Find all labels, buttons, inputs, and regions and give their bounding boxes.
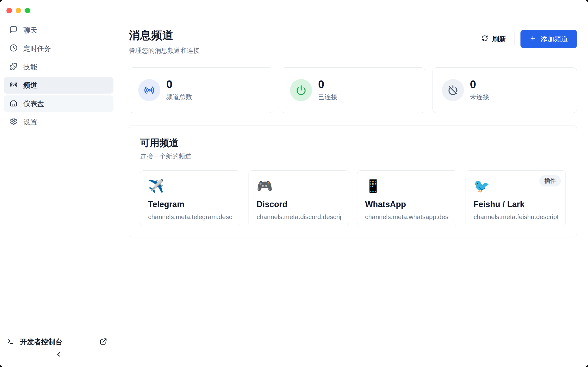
broadcast-icon xyxy=(10,81,17,90)
sidebar-item-label: 技能 xyxy=(23,62,37,72)
sidebar-item-scheduled-tasks[interactable]: 定时任务 xyxy=(4,40,113,57)
refresh-button[interactable]: 刷新 xyxy=(473,30,515,48)
sidebar-item-settings[interactable]: 设置 xyxy=(4,114,113,130)
developer-console-label: 开发者控制台 xyxy=(20,337,94,347)
plus-icon xyxy=(529,35,536,43)
chat-bubble-icon xyxy=(10,26,17,35)
stat-card-total-channels: 0 频道总数 xyxy=(129,67,273,113)
stat-value: 0 xyxy=(470,79,489,90)
telegram-emoji-icon: ✈️ xyxy=(148,179,232,193)
sidebar-item-chat[interactable]: 聊天 xyxy=(4,22,113,39)
app-window: 聊天 定时任务 技能 xyxy=(0,0,588,367)
channels-page: 消息频道 管理您的消息频道和连接 刷新 添加频道 xyxy=(117,18,588,367)
sidebar: 聊天 定时任务 技能 xyxy=(0,18,117,367)
channel-name: Discord xyxy=(257,200,341,209)
sidebar-item-channels[interactable]: 频道 xyxy=(4,77,113,94)
page-subtitle: 管理您的消息频道和连接 xyxy=(129,46,199,55)
channel-grid: ✈️ Telegram channels:meta.telegram.descr… xyxy=(140,170,566,226)
available-channels-title: 可用频道 xyxy=(140,136,566,149)
channel-description: channels:meta.feishu.description xyxy=(474,213,558,221)
clock-icon xyxy=(10,44,17,53)
sidebar-item-label: 聊天 xyxy=(23,26,37,35)
channel-name: WhatsApp xyxy=(365,200,449,209)
home-icon xyxy=(10,99,17,108)
stat-value: 0 xyxy=(166,79,192,90)
channel-card-feishu[interactable]: 插件 🐦 Feishu / Lark channels:meta.feishu.… xyxy=(466,170,566,226)
stat-label: 频道总数 xyxy=(166,93,192,101)
header-actions: 刷新 添加频道 xyxy=(473,30,577,48)
terminal-icon xyxy=(7,338,14,346)
channel-name: Telegram xyxy=(148,200,232,209)
plugin-badge: 插件 xyxy=(539,175,561,186)
channel-card-discord[interactable]: 🎮 Discord channels:meta.discord.descript… xyxy=(249,170,349,226)
gear-icon xyxy=(10,117,17,127)
stat-card-disconnected: 0 未连接 xyxy=(432,67,577,113)
stat-label: 已连接 xyxy=(318,93,337,101)
power-icon xyxy=(290,79,312,101)
sidebar-item-skills[interactable]: 技能 xyxy=(4,59,113,75)
titlebar xyxy=(0,0,588,18)
sidebar-item-label: 设置 xyxy=(23,117,37,127)
channel-card-whatsapp[interactable]: 📱 WhatsApp channels:meta.whatsapp.descri… xyxy=(357,170,457,226)
sidebar-item-label: 频道 xyxy=(23,81,37,90)
refresh-button-label: 刷新 xyxy=(492,34,506,44)
stat-label: 未连接 xyxy=(470,93,489,101)
page-header: 消息频道 管理您的消息频道和连接 刷新 添加频道 xyxy=(129,28,577,55)
sidebar-item-label: 仪表盘 xyxy=(23,99,44,108)
zoom-window-button[interactable] xyxy=(25,8,30,13)
developer-console-link[interactable]: 开发者控制台 xyxy=(0,337,117,347)
channel-card-telegram[interactable]: ✈️ Telegram channels:meta.telegram.descr… xyxy=(140,170,240,226)
whatsapp-emoji-icon: 📱 xyxy=(365,179,449,193)
broadcast-icon xyxy=(138,79,160,101)
add-channel-button[interactable]: 添加频道 xyxy=(520,30,577,48)
channel-name: Feishu / Lark xyxy=(474,200,558,209)
available-channels-panel: 可用频道 连接一个新的频道 ✈️ Telegram channels:meta.… xyxy=(129,125,577,237)
available-channels-subtitle: 连接一个新的频道 xyxy=(140,152,566,161)
channel-description: channels:meta.whatsapp.description xyxy=(365,213,449,221)
traffic-lights xyxy=(6,8,30,13)
stats-row: 0 频道总数 0 已连接 xyxy=(129,67,577,113)
discord-emoji-icon: 🎮 xyxy=(257,179,341,193)
sidebar-item-dashboard[interactable]: 仪表盘 xyxy=(4,95,113,112)
power-off-icon xyxy=(442,79,464,101)
puzzle-icon xyxy=(10,62,17,72)
sidebar-nav: 聊天 定时任务 技能 xyxy=(0,18,117,130)
sidebar-collapse-button[interactable] xyxy=(51,347,66,362)
chevron-left-icon xyxy=(55,351,62,359)
minimize-window-button[interactable] xyxy=(16,8,21,13)
close-window-button[interactable] xyxy=(6,8,12,13)
external-link-icon[interactable] xyxy=(100,338,107,346)
channel-description: channels:meta.discord.description xyxy=(257,213,341,221)
refresh-icon xyxy=(481,35,488,43)
add-channel-button-label: 添加频道 xyxy=(540,34,568,44)
page-title: 消息频道 xyxy=(129,28,199,43)
stat-card-connected: 0 已连接 xyxy=(281,67,425,113)
sidebar-item-label: 定时任务 xyxy=(23,44,51,53)
stat-value: 0 xyxy=(318,79,337,90)
channel-description: channels:meta.telegram.description xyxy=(148,213,232,221)
